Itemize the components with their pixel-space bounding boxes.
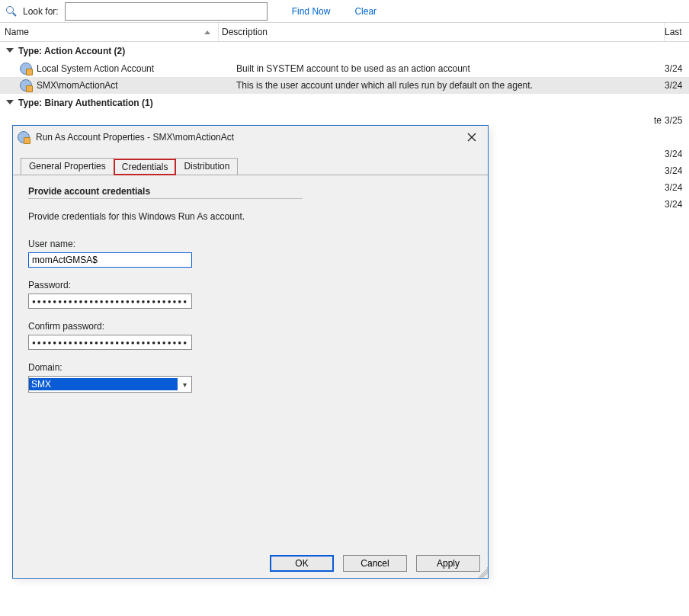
close-button[interactable] xyxy=(460,128,483,146)
item-date: 3/24 xyxy=(665,63,689,74)
dialog-title: Run As Account Properties - SMX\momActio… xyxy=(36,132,234,143)
domain-combo[interactable]: SMX ▾ xyxy=(28,376,192,393)
column-name[interactable]: Name xyxy=(0,27,218,37)
item-date: 3/24 xyxy=(665,149,689,159)
item-date: 3/24 xyxy=(665,199,689,210)
dialog-titlebar: Run As Account Properties - SMX\momActio… xyxy=(13,126,488,149)
account-icon xyxy=(18,131,30,143)
item-name: Local System Action Account xyxy=(37,63,154,74)
item-date: 3/24 xyxy=(665,80,689,91)
item-desc-suffix: te xyxy=(654,115,662,126)
apply-button[interactable]: Apply xyxy=(416,555,480,572)
close-icon xyxy=(467,133,476,142)
sort-ascending-icon xyxy=(204,30,210,34)
help-text: Provide credentials for this Windows Run… xyxy=(28,211,473,222)
column-header: Name Description Last xyxy=(0,23,689,42)
column-description[interactable]: Description xyxy=(219,27,664,37)
column-name-label: Name xyxy=(5,27,29,37)
confirm-password-field[interactable]: ●●●●●●●●●●●●●●●●●●●●●●●●●●●●●● xyxy=(28,335,192,350)
expand-icon xyxy=(6,100,14,104)
username-field[interactable] xyxy=(28,252,192,268)
cancel-button[interactable]: Cancel xyxy=(343,555,407,572)
item-description: Built in SYSTEM account to be used as an… xyxy=(233,63,665,74)
find-now-link[interactable]: Find Now xyxy=(292,6,331,17)
section-title: Provide account credentials xyxy=(28,186,473,197)
search-icon xyxy=(6,6,17,17)
confirm-password-label: Confirm password: xyxy=(28,321,473,332)
expand-icon xyxy=(6,48,14,53)
item-date: 3/24 xyxy=(665,182,689,193)
item-date: 3/25 xyxy=(665,115,689,126)
domain-label: Domain: xyxy=(28,362,473,373)
tab-credentials[interactable]: Credentials xyxy=(114,159,177,175)
credentials-panel: Provide account credentials Provide cred… xyxy=(13,175,488,393)
tab-general[interactable]: General Properties xyxy=(21,158,114,175)
clear-link[interactable]: Clear xyxy=(354,6,377,17)
column-last[interactable]: Last xyxy=(665,27,689,37)
account-icon xyxy=(20,63,32,75)
ok-button[interactable]: OK xyxy=(270,555,334,572)
list-item[interactable]: Local System Action Account Built in SYS… xyxy=(0,60,689,77)
username-label: User name: xyxy=(28,239,473,249)
tab-strip: General Properties Credentials Distribut… xyxy=(13,158,488,175)
domain-value: SMX xyxy=(29,378,178,390)
resize-grip-icon[interactable] xyxy=(477,567,488,578)
list-item[interactable]: SMX\momActionAct This is the user accoun… xyxy=(0,77,689,94)
group-label: Type: Binary Authentication (1) xyxy=(18,98,153,108)
group-binary-auth[interactable]: Type: Binary Authentication (1) xyxy=(0,94,689,112)
item-date: 3/24 xyxy=(665,165,689,176)
item-name: SMX\momActionAct xyxy=(37,80,118,91)
search-toolbar: Look for: Find Now Clear xyxy=(0,0,689,23)
dialog-buttons: OK Cancel Apply xyxy=(270,555,480,572)
run-as-properties-dialog: Run As Account Properties - SMX\momActio… xyxy=(12,125,489,579)
password-label: Password: xyxy=(28,280,473,290)
chevron-down-icon: ▾ xyxy=(178,380,191,389)
look-for-label: Look for: xyxy=(23,6,59,17)
tab-distribution[interactable]: Distribution xyxy=(175,158,238,175)
separator xyxy=(28,198,303,199)
group-label: Type: Action Account (2) xyxy=(18,46,125,56)
password-field[interactable]: ●●●●●●●●●●●●●●●●●●●●●●●●●●●●●● xyxy=(28,294,192,309)
group-action-account[interactable]: Type: Action Account (2) xyxy=(0,42,689,60)
account-icon xyxy=(20,79,32,91)
search-input[interactable] xyxy=(65,2,268,21)
item-description: This is the user account under which all… xyxy=(233,80,665,91)
